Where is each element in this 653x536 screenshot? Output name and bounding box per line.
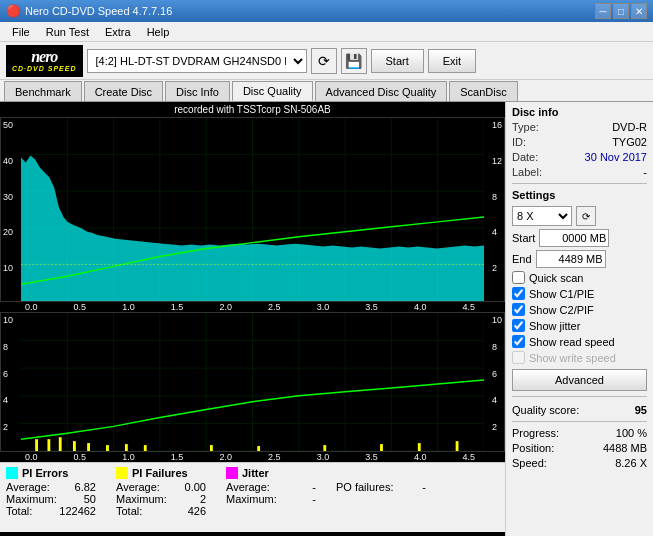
maximize-button[interactable]: □	[613, 3, 629, 19]
advanced-button[interactable]: Advanced	[512, 369, 647, 391]
po-failures-group: PO failures: -	[336, 467, 436, 493]
quality-score-value: 95	[635, 404, 647, 416]
svg-rect-41	[257, 446, 260, 451]
disc-type-label: Type:	[512, 121, 539, 133]
po-failures-label: PO failures:	[336, 481, 393, 493]
menu-file[interactable]: File	[4, 24, 38, 40]
pi-failures-max: 2	[200, 493, 206, 505]
top-x-axis: 0.0 0.5 1.0 1.5 2.0 2.5 3.0 3.5 4.0 4.5	[0, 302, 505, 312]
show-read-speed-checkbox[interactable]	[512, 335, 525, 348]
minimize-button[interactable]: ─	[595, 3, 611, 19]
show-write-speed-checkbox[interactable]	[512, 351, 525, 364]
pi-failures-total-row: Total: 426	[116, 505, 216, 517]
titlebar-title: Nero CD-DVD Speed 4.7.7.16	[25, 5, 595, 17]
speed-value: 8.26 X	[615, 457, 647, 469]
menu-help[interactable]: Help	[139, 24, 178, 40]
y-bot-right-4: 4	[492, 395, 502, 405]
y-bot-right-10: 10	[492, 315, 502, 325]
disc-label-label: Label:	[512, 166, 542, 178]
y-left-40: 40	[3, 156, 13, 166]
svg-rect-40	[210, 445, 213, 451]
tab-bar: Benchmark Create Disc Disc Info Disc Qua…	[0, 80, 653, 102]
divider-2	[512, 396, 647, 397]
speed-select[interactable]: 8 X	[512, 206, 572, 226]
tab-disc-info[interactable]: Disc Info	[165, 81, 230, 101]
show-c2-pif-checkbox[interactable]	[512, 303, 525, 316]
start-button[interactable]: Start	[371, 49, 424, 73]
y-right-4: 4	[492, 227, 502, 237]
quick-scan-checkbox[interactable]	[512, 271, 525, 284]
show-write-speed-label: Show write speed	[529, 352, 616, 364]
menu-extra[interactable]: Extra	[97, 24, 139, 40]
right-panel: Disc info Type: DVD-R ID: TYG02 Date: 30…	[505, 102, 653, 536]
pi-errors-group: PI Errors Average: 6.82 Maximum: 50 Tota…	[6, 467, 106, 517]
settings-refresh-btn[interactable]: ⟳	[576, 206, 596, 226]
y-right-2: 2	[492, 263, 502, 273]
svg-rect-32	[35, 439, 38, 451]
jitter-max-row: Maximum: -	[226, 493, 326, 505]
disc-type-value: DVD-R	[612, 121, 647, 133]
tab-advanced-disc-quality[interactable]: Advanced Disc Quality	[315, 81, 448, 101]
show-jitter-row: Show jitter	[512, 319, 647, 332]
menu-run-test[interactable]: Run Test	[38, 24, 97, 40]
save-icon-button[interactable]: 💾	[341, 48, 367, 74]
jitter-group: Jitter Average: - Maximum: -	[226, 467, 326, 505]
end-input[interactable]	[536, 250, 606, 268]
main-content: recorded with TSSTcorp SN-506AB 50 40 30…	[0, 102, 653, 536]
y-right-8: 8	[492, 192, 502, 202]
pi-failures-avg: 0.00	[185, 481, 206, 493]
chart-title: recorded with TSSTcorp SN-506AB	[0, 102, 505, 117]
show-jitter-checkbox[interactable]	[512, 319, 525, 332]
divider-3	[512, 421, 647, 422]
pi-errors-legend-box	[6, 467, 18, 479]
jitter-legend-box	[226, 467, 238, 479]
top-chart-svg	[21, 118, 484, 301]
pi-failures-legend-box	[116, 467, 128, 479]
y-left-10: 10	[3, 263, 13, 273]
start-mb-row: Start	[512, 229, 647, 247]
progress-value: 100 %	[616, 427, 647, 439]
pi-failures-avg-row: Average: 0.00	[116, 481, 216, 493]
tab-scandisc[interactable]: ScanDisc	[449, 81, 517, 101]
svg-rect-45	[456, 441, 459, 451]
y-bot-left-8: 8	[3, 342, 13, 352]
start-label: Start	[512, 232, 535, 244]
y-bot-left-4: 4	[3, 395, 13, 405]
position-row: Position: 4488 MB	[512, 442, 647, 454]
y-bot-right-8: 8	[492, 342, 502, 352]
quality-score-label: Quality score:	[512, 404, 579, 416]
disc-info-title: Disc info	[512, 106, 647, 118]
refresh-icon-button[interactable]: ⟳	[311, 48, 337, 74]
progress-row: Progress: 100 %	[512, 427, 647, 439]
pi-failures-group: PI Failures Average: 0.00 Maximum: 2 Tot…	[116, 467, 216, 517]
pi-errors-label: PI Errors	[22, 467, 68, 479]
nero-logo: nero CD·DVD SPEED	[6, 45, 83, 77]
jitter-max: -	[312, 493, 316, 505]
svg-rect-37	[106, 445, 109, 451]
pi-errors-avg-row: Average: 6.82	[6, 481, 106, 493]
end-label: End	[512, 253, 532, 265]
po-failures-value: -	[422, 481, 426, 493]
tab-create-disc[interactable]: Create Disc	[84, 81, 163, 101]
jitter-avg: -	[312, 481, 316, 493]
titlebar: 🔴 Nero CD-DVD Speed 4.7.7.16 ─ □ ✕	[0, 0, 653, 22]
speed-row: Speed: 8.26 X	[512, 457, 647, 469]
quick-scan-label: Quick scan	[529, 272, 583, 284]
show-c1-pie-row: Show C1/PIE	[512, 287, 647, 300]
chart-panel: recorded with TSSTcorp SN-506AB 50 40 30…	[0, 102, 505, 536]
drive-select[interactable]: [4:2] HL-DT-ST DVDRAM GH24NSD0 LH00	[87, 49, 307, 73]
svg-rect-43	[380, 444, 383, 451]
show-write-speed-row: Show write speed	[512, 351, 647, 364]
progress-label: Progress:	[512, 427, 559, 439]
speed-setting-row: 8 X ⟳	[512, 206, 647, 226]
tab-disc-quality[interactable]: Disc Quality	[232, 81, 313, 101]
show-c1-pie-checkbox[interactable]	[512, 287, 525, 300]
jitter-label: Jitter	[242, 467, 269, 479]
disc-id-label: ID:	[512, 136, 526, 148]
tab-benchmark[interactable]: Benchmark	[4, 81, 82, 101]
pi-failures-label: PI Failures	[132, 467, 188, 479]
close-button[interactable]: ✕	[631, 3, 647, 19]
start-input[interactable]	[539, 229, 609, 247]
pi-errors-total: 122462	[59, 505, 96, 517]
exit-button[interactable]: Exit	[428, 49, 476, 73]
